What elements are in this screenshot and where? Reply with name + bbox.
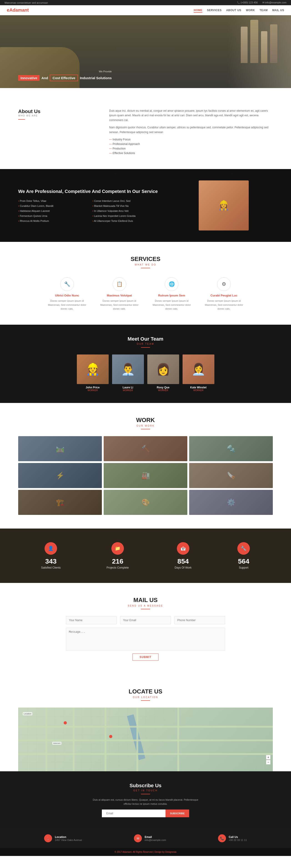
stat-icon-2: 📁 [111,542,124,555]
stat-number-1: 343 [41,557,61,565]
locate-subtitle: OUR LOCATION [18,696,273,699]
footer-bottom: © 2017 Adamant. All Rights Reserved | De… [0,848,291,856]
work-item-7[interactable]: 🏗️ [18,490,102,515]
footer-designer: Designesia [165,851,176,853]
nav-mail[interactable]: MAIL US [272,9,284,12]
about-list-item: Professional Approach [109,142,273,146]
work-item-5[interactable]: 🏭 [104,463,187,488]
service-desc-3: Donec semper ipsum ipsum id Maecenas, Se… [149,299,194,311]
service-desc-4: Donec semper ipsum ipsum id Maecenas, Se… [201,299,247,311]
footer-copyright: © 2017 Adamant. All Rights Reserved | De… [115,851,165,853]
team-title: Meet Our Team [18,336,273,342]
nav-about[interactable]: ABOUT US [226,9,241,12]
footer-location-info: Location 1457 View Oaks Avenue [55,835,82,841]
zoom-out-btn[interactable]: − [266,760,270,765]
work-item-6[interactable]: 🪚 [189,463,273,488]
about-right: Duis aque irci, dictum eu menbat at, con… [109,108,273,155]
hero-we-provide: We Provide [18,70,111,73]
map-label-2: Adamant [52,742,61,745]
footer-email-detail: info@example.com [144,839,166,841]
hero-badge2: Cost Effective [50,74,78,81]
map-road-7 [136,708,138,771]
nav-work[interactable]: WORK [246,9,255,12]
phone-input[interactable] [174,616,225,624]
team-section: Meet Our Team OUR TEAM 👷 John Price WORK… [0,325,291,403]
email-field [120,616,171,624]
nav-links: HOME SERVICES ABOUT US WORK TEAM MAIL US [194,8,284,12]
pro-banner-right: 👷‍♀️ [174,180,273,230]
service-icon-2: 📋 [112,277,126,291]
about-list-item: Effective Solutions [109,151,273,155]
service-desc-1: Donec semper ipsum ipsum id Maecenas, Se… [44,299,90,311]
mail-form-row1 [66,616,225,624]
subscribe-input[interactable] [102,809,165,817]
mail-section: Mail Us SEND US A MESSAGE SUBMIT [0,583,291,674]
message-input[interactable] [66,628,225,650]
top-phone: 📞 (+000) 123 456 [237,1,258,4]
team-name-4: Kate Winslet [183,386,215,389]
subscribe-subtitle: GET IN TOUCH [133,789,158,792]
pro-list-item: Blanket Malesuada Till Vive Na [93,204,165,208]
about-subtitle: WHO WE ARE [18,115,100,117]
nav-home[interactable]: HOME [194,9,202,13]
stat-icon-3: 📅 [177,542,189,555]
submit-button[interactable]: SUBMIT [133,653,158,661]
logo[interactable]: eAdamant [7,7,29,13]
service-desc-2: Donec semper ipsum ipsum id Maecenas, Se… [97,299,142,311]
nav-team[interactable]: TEAM [259,9,267,12]
map-road-1 [18,726,273,727]
footer-phone-detail: +00 22 33 11 11 [229,839,247,841]
services-heading: Services [18,255,273,262]
top-bar: Maecenas consectetuer sed accumsan 📞 (+0… [0,0,291,5]
footer-phone-info: Call Us +00 22 33 11 11 [229,835,247,841]
top-tagline: Maecenas consectetuer sed accumsan [5,1,48,4]
subscribe-form: Subscribe [18,809,273,817]
pro-list-item: Conse Interdum Lacus Orci, Sed [93,199,165,203]
mail-title: Mail Us [18,596,273,603]
map-road-3 [18,753,273,755]
map-zoom[interactable]: + − [266,755,270,765]
nav-services[interactable]: SERVICES [207,9,221,12]
email-input[interactable] [120,616,171,624]
about-left: About Us WHO WE ARE [18,108,100,155]
mail-title-container: Mail Us SEND US A MESSAGE [18,596,273,609]
footer-phone-title: Call Us [229,835,247,839]
work-divider [141,429,150,429]
hero-content: We Provide Innovative And Cost Effective… [18,70,111,81]
team-name-2: Laure Li [112,386,144,389]
worker-image: 👷‍♀️ [199,180,249,230]
stat-number-4: 564 [237,557,250,565]
zoom-in-btn[interactable]: + [266,755,270,760]
team-role-3: WORKER [147,389,179,392]
about-list: Industry Focus Professional Approach Pro… [109,137,273,155]
team-grid: 👷 John Price WORKER 👨‍💼 Laure Li WORKER … [18,354,273,392]
work-subtitle: OUR WORK [18,425,273,427]
service-icon-3: 🌐 [165,277,179,291]
work-item-2[interactable]: 🔨 [104,436,187,461]
top-email: ✉ info@example.com [262,1,286,4]
pro-list-item: At Ullamcorper Tortor Eleifend Duis [93,219,165,223]
hero-headline: Innovative And Cost Effective Industrial… [18,74,111,81]
pro-list-item: Fermentum Quines Urna [18,214,91,218]
subscribe-button[interactable]: Subscribe [165,809,189,817]
mail-subtitle: SEND US A MESSAGE [18,604,273,607]
services-grid: 🔧 Ultrici Odio Nunc Donec semper ipsum i… [18,277,273,311]
pro-list-item: Lacinia Nec Imperdiet Lorem Gravida [93,214,165,218]
work-item-9[interactable]: ⚙️ [189,490,273,515]
service-title-3: Rutrum Ipsum Sem [149,294,194,297]
work-item-4[interactable]: ⚡ [18,463,102,488]
work-item-3[interactable]: 🔩 [189,436,273,461]
map-container[interactable]: 📍 📍 Location Adamant + − [18,708,273,771]
truck-silhouette [0,47,79,88]
pro-list-item: Habitasse Aliquam Laoreet [18,209,91,213]
about-content: About Us WHO WE ARE Duis aque irci, dict… [18,108,273,155]
about-para1: Duis aque irci, dictum eu menbat at, con… [109,108,273,122]
name-input[interactable] [66,616,117,624]
work-item-1[interactable]: 🛤️ [18,436,102,461]
work-item-8[interactable]: 🎨 [104,490,187,515]
services-title: Services WHAT WE DO [18,255,273,268]
footer-location-icon: 📍 [44,834,52,842]
subscribe-divider [141,794,150,794]
navbar: eAdamant HOME SERVICES ABOUT US WORK TEA… [0,5,291,15]
footer-email-title: Email [144,835,166,839]
